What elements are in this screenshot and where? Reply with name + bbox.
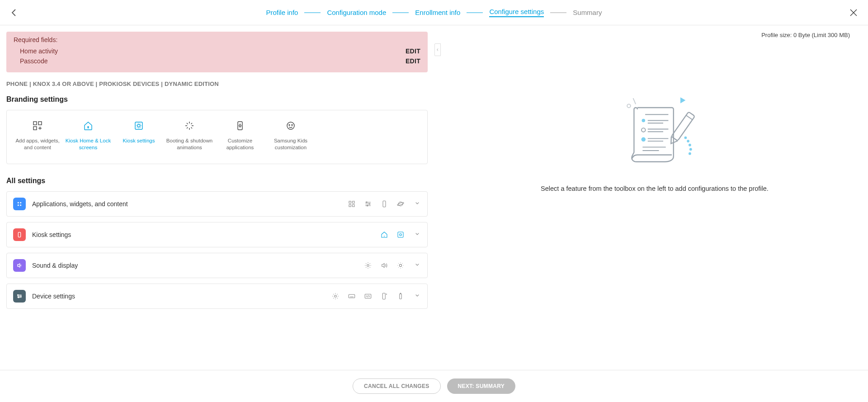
brightness-icon[interactable] — [396, 261, 405, 270]
svg-rect-2 — [33, 127, 37, 130]
svg-point-56 — [689, 152, 691, 155]
customize-phone-icon — [234, 119, 246, 132]
branding-boot-shutdown[interactable]: Booting & shutdown animations — [165, 119, 214, 151]
svg-point-53 — [687, 140, 689, 142]
branding-kiosk-settings[interactable]: Kiosk settings — [114, 119, 163, 151]
svg-rect-22 — [383, 201, 386, 207]
kiosk-badge-icon — [13, 228, 26, 241]
profile-size-label: Profile size: 0 Byte (Limit 300 MB) — [761, 32, 850, 38]
settings-row-sound-display[interactable]: Sound & display — [6, 253, 428, 278]
svg-point-7 — [239, 125, 241, 127]
home-lock-icon — [82, 119, 94, 132]
branding-settings-grid: Add apps, widgets, and content Kiosk Hom… — [6, 110, 428, 164]
phone-icon[interactable] — [380, 200, 388, 208]
svg-rect-37 — [400, 294, 402, 299]
step-configure-settings[interactable]: Configure settings — [489, 8, 544, 17]
back-button[interactable] — [9, 7, 20, 18]
svg-rect-26 — [398, 232, 403, 237]
svg-line-58 — [633, 98, 636, 104]
settings-row-label: Kiosk settings — [32, 231, 374, 238]
cancel-all-changes-button[interactable]: CANCEL ALL CHANGES — [353, 378, 441, 394]
edit-home-activity-link[interactable]: EDIT — [406, 46, 420, 56]
branding-item-label: Kiosk Home & Lock screens — [64, 137, 113, 151]
svg-point-45 — [642, 137, 646, 142]
step-enrollment-info[interactable]: Enrollment info — [415, 9, 460, 16]
planet-icon[interactable] — [396, 200, 405, 208]
svg-rect-6 — [238, 122, 242, 130]
branding-samsung-kids[interactable]: Samsung Kids customization — [266, 119, 315, 151]
gear-icon[interactable] — [331, 292, 340, 300]
collapse-handle[interactable] — [434, 43, 441, 56]
close-button[interactable] — [848, 7, 859, 18]
volume-icon[interactable] — [380, 261, 388, 270]
svg-rect-1 — [38, 122, 42, 125]
battery-icon[interactable] — [396, 292, 405, 300]
grid-icon[interactable] — [348, 200, 356, 208]
device-badge-icon — [13, 290, 26, 303]
required-field-label: Home activity — [20, 46, 58, 56]
required-field-label: Passcode — [20, 56, 47, 66]
main-split: Required fields: Home activity EDIT Pass… — [0, 25, 868, 370]
settings-row-subicons — [380, 231, 405, 239]
phone-plus-icon[interactable] — [380, 292, 388, 300]
empty-state-message: Select a feature from the toolbox on the… — [541, 185, 769, 192]
branding-settings-title: Branding settings — [6, 95, 428, 104]
wizard-footer: CANCEL ALL CHANGES NEXT: SUMMARY — [0, 370, 868, 402]
required-field-row: Home activity EDIT — [14, 46, 420, 56]
branding-kiosk-home-lock[interactable]: Kiosk Home & Lock screens — [64, 119, 113, 151]
keyboard-icon[interactable] — [348, 292, 356, 300]
svg-point-9 — [289, 125, 290, 126]
chevron-down-icon — [414, 261, 421, 270]
svg-point-5 — [137, 124, 140, 127]
svg-point-57 — [627, 104, 631, 108]
code-icon[interactable] — [364, 292, 372, 300]
svg-point-3 — [88, 127, 89, 128]
svg-point-55 — [689, 148, 692, 151]
step-connector — [550, 12, 566, 13]
svg-point-12 — [20, 202, 21, 203]
wizard-header: Profile info Configuration mode Enrollme… — [0, 0, 868, 25]
step-summary[interactable]: Summary — [573, 9, 602, 16]
sound-badge-icon — [13, 259, 26, 272]
svg-rect-17 — [349, 205, 351, 207]
branding-item-label: Samsung Kids customization — [266, 137, 315, 151]
home-icon[interactable] — [380, 231, 388, 239]
next-summary-button[interactable]: NEXT: SUMMARY — [447, 378, 515, 394]
chevron-down-icon — [414, 230, 421, 239]
apps-grid-icon — [31, 119, 44, 132]
step-configuration-mode[interactable]: Configuration mode — [327, 9, 386, 16]
gear-icon[interactable] — [364, 261, 372, 270]
kids-face-icon — [284, 119, 297, 132]
branding-add-apps[interactable]: Add apps, widgets, and content — [13, 119, 62, 151]
settings-row-apps-widgets[interactable]: Applications, widgets, and content — [6, 191, 428, 217]
settings-box-icon[interactable] — [396, 231, 405, 239]
required-fields-title: Required fields: — [14, 36, 420, 43]
svg-point-27 — [400, 234, 402, 236]
svg-rect-16 — [353, 201, 355, 203]
settings-row-kiosk[interactable]: Kiosk settings — [6, 222, 428, 247]
all-settings-title: All settings — [6, 177, 428, 185]
settings-row-subicons — [331, 292, 405, 300]
settings-row-label: Applications, widgets, and content — [32, 200, 341, 208]
edit-passcode-link[interactable]: EDIT — [406, 56, 420, 66]
settings-row-device[interactable]: Device settings — [6, 284, 428, 309]
svg-line-51 — [686, 115, 693, 120]
required-field-row: Passcode EDIT — [14, 56, 420, 66]
settings-row-subicons — [364, 261, 405, 270]
empty-state-illustration — [612, 93, 698, 174]
chevron-down-icon — [414, 199, 421, 208]
svg-point-8 — [287, 122, 294, 129]
context-subheader: PHONE | KNOX 3.4 OR ABOVE | PROKIOSK DEV… — [6, 80, 428, 87]
kiosk-settings-icon — [132, 119, 145, 132]
branding-customize-apps[interactable]: Customize applications — [216, 119, 264, 151]
pane-splitter — [434, 25, 441, 370]
left-pane: Required fields: Home activity EDIT Pass… — [0, 25, 434, 370]
sliders-icon[interactable] — [364, 200, 372, 208]
svg-point-42 — [642, 128, 646, 132]
svg-rect-34 — [349, 294, 355, 298]
chevron-down-icon — [414, 292, 421, 301]
svg-rect-36 — [382, 293, 385, 299]
stepper: Profile info Configuration mode Enrollme… — [20, 8, 848, 17]
step-profile-info[interactable]: Profile info — [266, 9, 298, 16]
svg-rect-18 — [353, 205, 355, 207]
